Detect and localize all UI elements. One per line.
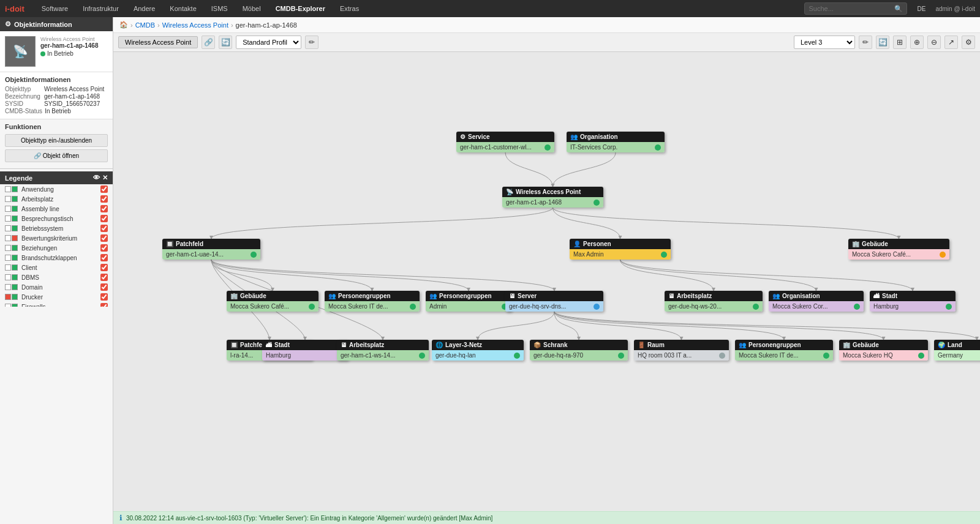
node-label: HQ room 003 IT a... bbox=[638, 352, 692, 359]
node-body: Hamburg bbox=[262, 350, 348, 361]
legend-checkbox[interactable] bbox=[100, 254, 108, 261]
node-status-dot bbox=[655, 144, 661, 151]
graph-node[interactable]: 👥 Personengruppen Admin bbox=[426, 291, 511, 312]
graph-canvas[interactable]: ⚙ Service ger-ham-c1-customer-wl... 👥 Or… bbox=[113, 52, 980, 511]
open-object-button[interactable]: 🔗 Objekt öffnen bbox=[5, 149, 108, 162]
info-row-type: Objekttyp Wireless Access Point bbox=[5, 86, 108, 92]
legend-color bbox=[5, 284, 18, 290]
graph-node[interactable]: 👥 Organisation IT-Services Corp. bbox=[567, 132, 665, 152]
nav-extras[interactable]: Extras bbox=[337, 5, 361, 12]
tab-wireless-access-point[interactable]: Wireless Access Point bbox=[118, 36, 198, 48]
breadcrumb-cmdb[interactable]: CMDB bbox=[135, 21, 155, 29]
toolbar: Wireless Access Point 🔗 🔄 Standard Profi… bbox=[113, 33, 980, 52]
legend-checkbox[interactable] bbox=[100, 185, 108, 193]
profile-select[interactable]: Standard Profil bbox=[236, 36, 301, 49]
nav-software[interactable]: Software bbox=[39, 5, 70, 12]
graph-node[interactable]: 🚪 Raum HQ room 003 IT a... bbox=[634, 340, 729, 361]
node-body: Admin bbox=[426, 301, 511, 312]
graph-node[interactable]: 🌐 Layer-3-Netz ger-due-hq-lan bbox=[432, 340, 524, 361]
graph-node[interactable]: 🏢 Gebäude Mocca Sukero Café... bbox=[227, 291, 318, 312]
node-status-dot bbox=[594, 200, 600, 206]
graph-node[interactable]: 🏢 Gebäude Mocca Sukero HQ bbox=[839, 340, 928, 361]
nav-isms[interactable]: ISMS bbox=[209, 5, 230, 12]
legend-checkbox[interactable] bbox=[100, 244, 108, 252]
level-select[interactable]: Level 1 Level 2 Level 3 Level 4 Level 5 bbox=[794, 36, 855, 49]
nav-andere[interactable]: Andere bbox=[131, 5, 157, 12]
legend-checkbox[interactable] bbox=[100, 264, 108, 271]
eye-icon[interactable]: 👁 bbox=[93, 174, 100, 182]
legend-color-2 bbox=[12, 215, 18, 222]
edit-profile-button[interactable]: ✏ bbox=[305, 36, 318, 49]
graph-node[interactable]: 🌍 Land Germany bbox=[934, 340, 980, 361]
expand-button[interactable]: ↗ bbox=[944, 36, 958, 49]
close-icon[interactable]: ✕ bbox=[102, 174, 108, 182]
legend-checkbox[interactable] bbox=[100, 215, 108, 222]
legend-color-1 bbox=[5, 235, 11, 241]
graph-node[interactable]: 🏙 Stadt Hamburg bbox=[870, 291, 956, 312]
graph-node[interactable]: 🔲 Patchfeld ger-ham-c1-uae-14... bbox=[162, 239, 260, 260]
link-icon-button[interactable]: 🔗 bbox=[202, 36, 215, 49]
node-status-dot bbox=[854, 304, 860, 310]
search-input[interactable] bbox=[809, 5, 894, 12]
breadcrumb-home[interactable]: 🏠 bbox=[119, 21, 128, 29]
legend-item: Arbeitsplatz bbox=[0, 194, 113, 204]
legend-checkbox[interactable] bbox=[100, 234, 108, 242]
zoom-in-button[interactable]: ⊕ bbox=[910, 36, 924, 49]
graph-node[interactable]: 🏢 Gebäude Mocca Sukero Café... bbox=[848, 239, 949, 260]
legend-checkbox[interactable] bbox=[100, 205, 108, 212]
node-type-label: Wireless Access Point bbox=[516, 189, 581, 195]
node-type-icon: 👥 bbox=[739, 342, 746, 348]
legend-section: Legende 👁 ✕ Anwendung Arbeitsplatz bbox=[0, 168, 113, 309]
breadcrumb-type[interactable]: Wireless Access Point bbox=[162, 21, 228, 29]
legend-checkbox[interactable] bbox=[100, 195, 108, 203]
connection-line bbox=[554, 312, 682, 340]
reload-button[interactable]: 🔄 bbox=[876, 36, 889, 49]
edit-button[interactable]: ✏ bbox=[859, 36, 872, 49]
legend-color-1 bbox=[5, 196, 11, 202]
graph-node[interactable]: 📡 Wireless Access Point ger-ham-c1-ap-14… bbox=[502, 187, 603, 208]
graph-node[interactable]: 👥 Organisation Mocca Sukero Cor... bbox=[769, 291, 864, 312]
node-label: Mocca Sukero Cor... bbox=[772, 303, 828, 310]
node-header: 🏙 Stadt bbox=[262, 340, 348, 350]
zoom-out-button[interactable]: ⊖ bbox=[927, 36, 941, 49]
node-status-dot bbox=[419, 353, 425, 359]
node-type-label: Service bbox=[468, 133, 490, 140]
legend-checkbox[interactable] bbox=[100, 283, 108, 291]
node-type-icon: 🖥 bbox=[509, 293, 515, 299]
node-type-label: Stadt bbox=[882, 293, 897, 299]
connection-line bbox=[553, 208, 620, 239]
legend-label: Client bbox=[21, 264, 37, 271]
connection-line bbox=[554, 312, 579, 340]
legend-checkbox[interactable] bbox=[100, 303, 108, 307]
graph-node[interactable]: ⚙ Service ger-ham-c1-customer-wl... bbox=[456, 132, 554, 152]
legend-checkbox[interactable] bbox=[100, 274, 108, 281]
graph-node[interactable]: 👥 Personengruppen Mocca Sukero IT de... bbox=[325, 291, 420, 312]
legend-color bbox=[5, 264, 18, 271]
graph-node[interactable]: 👥 Personengruppen Mocca Sukero IT de... bbox=[735, 340, 833, 361]
toggle-objecttype-button[interactable]: Objekttyp ein-/ausblenden bbox=[5, 134, 108, 147]
refresh-icon-button[interactable]: 🔄 bbox=[219, 36, 232, 49]
legend-label: Arbeitsplatz bbox=[21, 196, 53, 203]
graph-node[interactable]: 🖥 Server ger-due-hq-srv-dns... bbox=[505, 291, 603, 312]
nav-kontakte[interactable]: Kontakte bbox=[167, 5, 198, 12]
node-label: ger-due-hq-srv-dns... bbox=[509, 303, 566, 310]
nav-infrastruktur[interactable]: Infrastruktur bbox=[80, 5, 121, 12]
legend-checkbox[interactable] bbox=[100, 225, 108, 232]
connection-line bbox=[554, 312, 977, 340]
nav-cmdb-explorer[interactable]: CMDB-Explorer bbox=[273, 5, 328, 12]
brand-logo: i-doit bbox=[5, 4, 24, 13]
language-selector[interactable]: DE bbox=[917, 6, 925, 12]
graph-node[interactable]: 🖥 Arbeitsplatz ger-ham-c1-ws-14... bbox=[337, 340, 429, 361]
graph-node[interactable]: 🏙 Stadt Hamburg bbox=[262, 340, 348, 361]
node-type-icon: 🌐 bbox=[435, 342, 443, 348]
settings-button[interactable]: ⚙ bbox=[962, 36, 975, 49]
zoom-fit-button[interactable]: ⊞ bbox=[893, 36, 907, 49]
graph-node[interactable]: 🖥 Arbeitsplatz ger-due-hq-ws-20... bbox=[665, 291, 763, 312]
graph-node[interactable]: 📦 Schrank ger-due-hq-ra-970 bbox=[530, 340, 628, 361]
graph-node[interactable]: 👤 Personen Max Admin bbox=[570, 239, 671, 260]
nav-mobel[interactable]: Möbel bbox=[240, 5, 263, 12]
legend-checkbox[interactable] bbox=[100, 293, 108, 301]
legend-color-1 bbox=[5, 284, 11, 290]
node-status-dot bbox=[309, 304, 315, 310]
node-type-label: Gebäude bbox=[853, 342, 879, 348]
